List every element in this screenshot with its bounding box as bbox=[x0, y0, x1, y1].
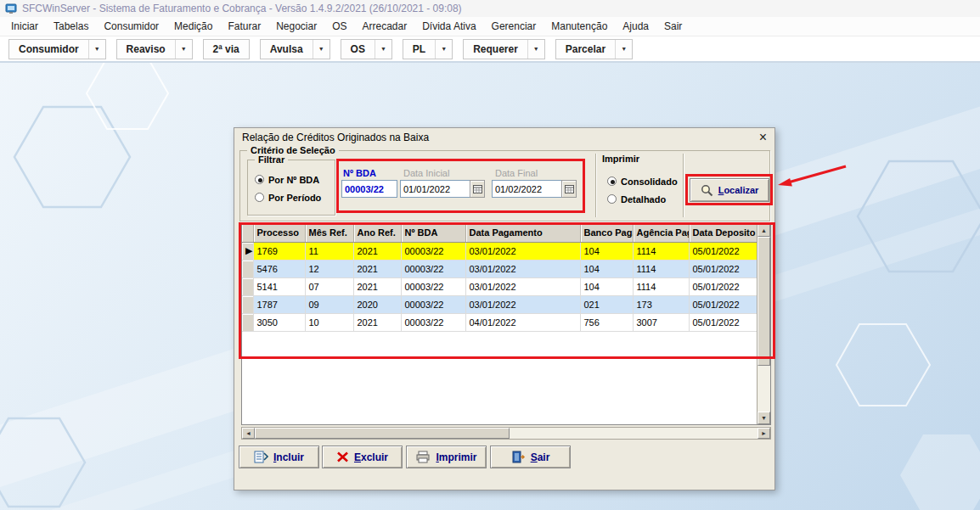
radio-selected-icon[interactable] bbox=[255, 175, 264, 184]
table-cell: 756 bbox=[580, 313, 633, 331]
calendar-icon[interactable] bbox=[561, 180, 577, 198]
print-group-label: Imprimir bbox=[602, 154, 639, 164]
menu-item-manutencao[interactable]: Manutenção bbox=[544, 18, 615, 35]
column-header-data-deposito[interactable]: Data Deposito bbox=[689, 224, 757, 242]
scroll-down-icon[interactable]: ▼ bbox=[758, 412, 770, 424]
menu-item-faturar[interactable]: Faturar bbox=[220, 18, 268, 35]
menu-item-negociar[interactable]: Negociar bbox=[268, 18, 324, 35]
menu-item-tabelas[interactable]: Tabelas bbox=[46, 18, 96, 35]
column-header-data-pagamento[interactable]: Data Pagamento bbox=[465, 224, 580, 242]
nbda-label: Nº BDA bbox=[343, 168, 376, 178]
menu-item-gerenciar[interactable]: Gerenciar bbox=[484, 18, 544, 35]
menu-item-iniciar[interactable]: Iniciar bbox=[3, 18, 46, 35]
row-selector-cell bbox=[242, 313, 253, 331]
toolbar-button-label: Avulsa bbox=[261, 40, 313, 59]
calendar-icon[interactable] bbox=[470, 180, 485, 198]
chevron-down-icon[interactable]: ▼ bbox=[88, 40, 105, 59]
table-row[interactable]: 514107202100003/2203/01/2022104111405/01… bbox=[242, 277, 757, 295]
toolbar-button-avulsa[interactable]: Avulsa▼ bbox=[260, 39, 330, 59]
chevron-down-icon[interactable]: ▼ bbox=[615, 40, 632, 59]
dialog-titlebar[interactable]: Relação de Créditos Originados na Baixa … bbox=[234, 128, 774, 147]
criteria-group: Critério de Seleção Filtrar Por Nº BDAPo… bbox=[239, 150, 770, 221]
table-row[interactable]: 178709202000003/2203/01/202202117305/01/… bbox=[242, 295, 757, 313]
radio-unselected-icon[interactable] bbox=[255, 193, 264, 202]
radio-option-por-n-bda[interactable]: Por Nº BDA bbox=[248, 171, 335, 188]
radio-option-consolidado[interactable]: Consolidado bbox=[600, 172, 678, 190]
toolbar-button-label: Reaviso bbox=[117, 40, 175, 59]
horizontal-scrollbar-thumb[interactable] bbox=[255, 428, 510, 439]
chevron-down-icon[interactable]: ▼ bbox=[175, 40, 192, 59]
menu-item-arrecadar[interactable]: Arrecadar bbox=[355, 18, 415, 35]
radio-label: Detalhado bbox=[621, 194, 666, 205]
table-cell: 07 bbox=[305, 277, 353, 295]
toolbar-button-consumidor[interactable]: Consumidor▼ bbox=[8, 39, 106, 59]
data-grid: ProcessoMês Ref.Ano Ref.Nº BDAData Pagam… bbox=[241, 223, 771, 425]
scroll-left-icon[interactable]: ◄ bbox=[242, 428, 255, 439]
table-cell: 1114 bbox=[633, 242, 689, 260]
radio-unselected-icon[interactable] bbox=[607, 194, 617, 204]
nbda-input[interactable] bbox=[341, 180, 397, 198]
scroll-up-icon[interactable]: ▲ bbox=[758, 224, 770, 237]
table-cell: 2020 bbox=[353, 295, 401, 313]
menu-item-medicao[interactable]: Medição bbox=[166, 18, 220, 35]
chevron-down-icon[interactable]: ▼ bbox=[375, 40, 391, 59]
table-cell: 3050 bbox=[253, 313, 305, 331]
radio-option-detalhado[interactable]: Detalhado bbox=[600, 190, 678, 208]
table-cell: 05/01/2022 bbox=[689, 277, 757, 295]
row-selector-cell bbox=[242, 295, 253, 313]
toolbar-button-requerer[interactable]: Requerer▼ bbox=[463, 39, 545, 59]
imprimir-button[interactable]: Imprimir bbox=[406, 446, 487, 468]
radio-label: Consolidado bbox=[621, 177, 678, 187]
menu-item-consumidor[interactable]: Consumidor bbox=[96, 18, 166, 35]
divider bbox=[595, 154, 596, 217]
data-final-input[interactable] bbox=[492, 180, 561, 198]
table-cell: 03/01/2022 bbox=[465, 295, 580, 313]
sair-button-label: Sair bbox=[531, 451, 550, 463]
chevron-down-icon[interactable]: ▼ bbox=[527, 40, 544, 59]
column-header-ano-ref[interactable]: Ano Ref. bbox=[353, 224, 401, 242]
chevron-down-icon[interactable]: ▼ bbox=[313, 40, 329, 59]
table-row[interactable]: 547612202100003/2203/01/2022104111405/01… bbox=[242, 260, 757, 277]
data-inicial-field bbox=[400, 180, 485, 198]
toolbar-button-label: Consumidor bbox=[9, 40, 88, 59]
desktop-background: Relação de Créditos Originados na Baixa … bbox=[0, 63, 980, 510]
column-header-mes-ref[interactable]: Mês Ref. bbox=[305, 224, 353, 242]
column-header-agencia-pag[interactable]: Agência Pag. bbox=[633, 224, 689, 242]
toolbar-button-2-via[interactable]: 2ª via bbox=[203, 39, 250, 59]
sair-button[interactable]: Sair bbox=[490, 446, 571, 468]
close-icon[interactable]: × bbox=[759, 131, 767, 144]
menu-item-divida-ativa[interactable]: Dívida Ativa bbox=[414, 18, 483, 35]
incluir-button[interactable]: Incluir bbox=[239, 446, 319, 468]
data-inicial-input[interactable] bbox=[400, 180, 470, 198]
horizontal-scrollbar[interactable]: ◄ ► bbox=[241, 427, 771, 440]
toolbar-button-reaviso[interactable]: Reaviso▼ bbox=[116, 39, 193, 59]
data-final-field bbox=[492, 180, 577, 198]
excluir-button[interactable]: Excluir bbox=[322, 446, 403, 468]
menu-item-ajuda[interactable]: Ajuda bbox=[615, 18, 656, 35]
window-titlebar[interactable]: SFCWinServer - Sistema de Faturamento e … bbox=[0, 0, 980, 17]
chevron-down-icon[interactable]: ▼ bbox=[435, 40, 452, 59]
search-icon bbox=[701, 184, 713, 197]
column-header-banco-pag[interactable]: Banco Pag. bbox=[580, 224, 633, 242]
localizar-button[interactable]: Localizar bbox=[690, 178, 769, 202]
toolbar-button-os[interactable]: OS▼ bbox=[341, 39, 392, 59]
toolbar-button-pl[interactable]: PL▼ bbox=[403, 39, 453, 59]
radio-option-por-periodo[interactable]: Por Período bbox=[248, 188, 335, 206]
vertical-scrollbar[interactable]: ▲ ▼ bbox=[757, 224, 770, 424]
divider bbox=[683, 154, 684, 217]
menu-item-sair[interactable]: Sair bbox=[656, 18, 690, 35]
form-icon bbox=[254, 451, 268, 463]
column-header-processo[interactable]: Processo bbox=[253, 224, 305, 242]
vertical-scrollbar-thumb[interactable] bbox=[758, 237, 770, 366]
scroll-right-icon[interactable]: ► bbox=[758, 428, 770, 439]
table-cell: 05/01/2022 bbox=[689, 313, 757, 331]
radio-selected-icon[interactable] bbox=[607, 177, 617, 186]
toolbar-button-parcelar[interactable]: Parcelar▼ bbox=[555, 39, 633, 59]
table-cell: 05/01/2022 bbox=[689, 260, 757, 277]
table-cell: 1114 bbox=[633, 277, 689, 295]
table-cell: 104 bbox=[580, 242, 633, 260]
table-row[interactable]: 305010202100003/2204/01/2022756300705/01… bbox=[242, 313, 757, 331]
table-row[interactable]: ▶176911202100003/2203/01/2022104111405/0… bbox=[242, 242, 757, 260]
menu-item-os[interactable]: OS bbox=[324, 18, 354, 35]
column-header-n-bda[interactable]: Nº BDA bbox=[401, 224, 465, 242]
